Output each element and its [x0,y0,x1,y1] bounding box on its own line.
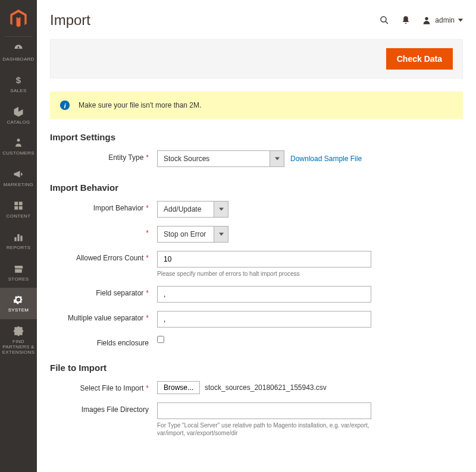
person-icon [12,137,24,149]
svg-point-1 [17,139,20,142]
fields-enclosure-label: Fields enclosure [97,339,149,347]
import-behavior-value: Add/Update [157,201,214,218]
section-file-to-import-title: File to Import [50,363,463,373]
required-indicator: * [146,384,149,392]
nav-partners[interactable]: FIND PARTNERS & EXTENSIONS [0,319,37,361]
chevron-down-icon [214,226,228,243]
multi-separator-label: Multiple value separator [68,314,143,322]
gear-icon [12,294,24,306]
svg-line-10 [386,21,389,24]
allowed-errors-hint: Please specify number of errors to halt … [157,270,371,278]
section-import-settings-title: Import Settings [50,132,463,142]
storefront-icon [12,263,24,275]
nav-content[interactable]: CONTENT [0,194,37,225]
svg-text:$: $ [16,75,21,85]
allowed-errors-label: Allowed Errors Count [76,254,143,262]
required-indicator: * [146,289,149,297]
nav-label: REPORTS [7,246,31,251]
nav-label: CUSTOMERS [2,151,35,156]
required-indicator: * [146,204,149,212]
download-sample-link[interactable]: Download Sample File [290,155,362,163]
images-dir-label: Images File Directory [82,405,149,414]
nav-label: STORES [8,277,29,282]
nav-dashboard[interactable]: DASHBOARD [0,37,37,68]
nav-system[interactable]: SYSTEM [0,288,37,319]
svg-rect-7 [17,234,19,241]
page-title: Import [50,12,90,29]
file-size-notice: i Make sure your file isn't more than 2M… [50,92,463,119]
import-behavior-label: Import Behavior [93,204,144,212]
check-data-button[interactable]: Check Data [386,48,453,70]
notice-text: Make sure your file isn't more than 2M. [79,101,201,109]
blocks-icon [12,200,24,212]
svg-rect-5 [19,206,23,210]
logo[interactable] [5,5,32,37]
search-icon[interactable] [379,15,390,26]
username: admin [435,16,455,24]
puzzle-icon [12,325,24,337]
field-separator-input[interactable] [157,286,371,303]
entity-type-label: Entity Type [108,153,143,162]
box-icon [12,106,24,118]
dollar-icon: $ [12,74,24,86]
svg-rect-8 [20,235,22,241]
nav-label: SALES [10,89,26,94]
svg-rect-6 [14,237,16,241]
import-behavior-select[interactable]: Add/Update [157,201,371,218]
browse-button[interactable]: Browse... [157,381,200,394]
nav-sales[interactable]: $ SALES [0,68,37,100]
entity-type-value: Stock Sources [157,150,270,167]
user-menu[interactable]: admin [422,15,463,25]
nav-label: CATALOG [7,120,30,125]
fields-enclosure-checkbox[interactable] [157,336,164,343]
info-icon: i [60,100,70,111]
selected-filename: stock_sources_20180621_155943.csv [205,383,327,392]
chevron-down-icon [270,150,284,167]
main-content: Import admin Check Data i Make sure your… [37,0,476,472]
svg-rect-4 [14,206,18,210]
nav-label: FIND PARTNERS & EXTENSIONS [2,339,35,355]
required-indicator: * [146,314,149,322]
images-dir-input[interactable] [157,402,371,419]
nav-label: SYSTEM [8,308,29,313]
svg-point-9 [381,17,386,22]
nav-label: MARKETING [4,182,33,188]
select-file-label: Select File to Import [80,384,144,392]
images-dir-hint: For Type "Local Server" use relative pat… [157,421,371,437]
magento-logo-icon [10,10,27,29]
megaphone-icon [12,168,24,180]
multi-separator-input[interactable] [157,311,371,328]
action-bar: Check Data [50,39,463,78]
bell-icon[interactable] [400,15,411,26]
nav-label: CONTENT [7,214,31,219]
allowed-errors-input[interactable] [157,251,371,268]
svg-rect-3 [19,202,23,205]
chevron-down-icon [214,201,228,218]
entity-type-select[interactable]: Stock Sources [157,150,284,167]
nav-catalog[interactable]: CATALOG [0,100,37,131]
nav-customers[interactable]: CUSTOMERS [0,131,37,162]
nav-stores[interactable]: STORES [0,257,37,288]
sidebar: DASHBOARD $ SALES CATALOG CUSTOMERS MARK… [0,0,37,472]
user-icon [422,15,431,25]
dashboard-icon [12,43,24,55]
nav-marketing[interactable]: MARKETING [0,162,37,194]
svg-rect-2 [14,202,18,205]
nav-label: DASHBOARD [2,57,34,62]
required-indicator: * [146,254,149,262]
chevron-down-icon [458,18,463,23]
field-separator-label: Field separator [96,289,143,297]
required-indicator: * [146,153,149,162]
bars-icon [12,231,24,243]
error-strategy-select[interactable]: Stop on Error [157,226,371,243]
svg-point-11 [425,17,428,20]
required-indicator: * [146,229,149,237]
error-strategy-value: Stop on Error [157,226,214,243]
nav-reports[interactable]: REPORTS [0,225,37,257]
section-import-behavior-title: Import Behavior [50,182,463,193]
